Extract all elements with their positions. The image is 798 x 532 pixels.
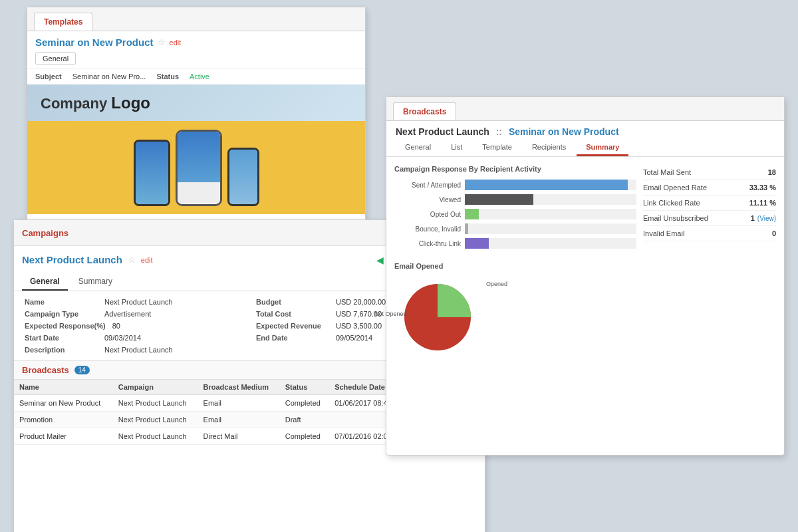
row-campaign[interactable]: Next Product Launch: [113, 395, 198, 412]
chart-section: Campaign Response By Recipient Activity …: [394, 165, 636, 249]
broadcast-title: Next Product Launch :: Seminar on New Pr…: [386, 121, 784, 140]
pie-chart: [394, 274, 481, 360]
name-value: Next Product Launch: [104, 298, 173, 306]
row-status: Completed: [280, 395, 329, 412]
bar-label: Opted Out: [394, 211, 461, 218]
prev-button[interactable]: ◀: [374, 253, 386, 267]
bar-container: [465, 223, 636, 234]
status-label: Status: [156, 72, 179, 80]
pie-title: Email Opened: [394, 262, 481, 270]
bar-container: [465, 180, 636, 190]
bc-tab-list[interactable]: List: [442, 140, 471, 156]
subject-label: Subject: [35, 72, 62, 80]
bar-fill: [465, 180, 628, 190]
expected-response-label: Expected Response(%): [25, 322, 106, 330]
bar-label: Bounce, Invalid: [394, 225, 461, 233]
row-medium: Direct Mail: [198, 428, 280, 445]
edit-link[interactable]: edit: [170, 39, 182, 47]
bar-label: Click-thru Link: [394, 240, 461, 247]
not-opened-pie-label: Not Opened: [374, 311, 407, 317]
bar-row: Opted Out: [394, 209, 636, 219]
total-cost-label: Total Cost: [256, 310, 329, 318]
campaigns-tab-label[interactable]: Campaigns: [22, 228, 68, 238]
template-title: Seminar on New Product: [35, 37, 154, 48]
tab-broadcasts[interactable]: Broadcasts: [393, 102, 456, 120]
bar-container: [465, 238, 636, 249]
campaign-edit-link[interactable]: edit: [141, 256, 153, 264]
bar-container: [465, 209, 636, 219]
col-name: Name: [14, 380, 113, 395]
bar-container: [465, 194, 636, 205]
bar-label: Sent / Attempted: [394, 182, 461, 189]
broadcast-title-sep: ::: [492, 126, 506, 137]
pie-section: Email Opened Not Opened Opened: [386, 257, 784, 368]
row-status: Draft: [280, 412, 329, 428]
bar-fill: [465, 238, 489, 249]
unsubscribed-label: Email Unsubscribed: [643, 214, 708, 222]
campaign-title: Next Product Launch: [22, 254, 122, 265]
bar-row: Bounce, Invalid: [394, 223, 636, 234]
email-opened-label: Email Opened Rate: [643, 184, 707, 192]
preview-logo: Company Logo: [41, 94, 150, 112]
tab-templates[interactable]: Templates: [34, 13, 92, 31]
opened-pie-label: Opened: [486, 281, 507, 287]
tab-summary[interactable]: Summary: [70, 273, 120, 291]
start-date-value: 09/03/2014: [104, 334, 141, 342]
tab-general[interactable]: General: [22, 273, 68, 291]
budget-value: USD 20,000.00: [336, 298, 386, 306]
total-mail-label: Total Mail Sent: [643, 168, 691, 176]
phone-mockup-3: [227, 148, 259, 206]
invalid-value: 0: [772, 229, 776, 237]
broadcasts-summary-card: Broadcasts Next Product Launch :: Semina…: [386, 96, 785, 456]
row-name[interactable]: Seminar on New Product: [14, 395, 113, 412]
col-medium: Broadcast Medium: [198, 380, 280, 395]
unsubscribed-value: 1: [751, 214, 755, 222]
budget-label: Budget: [256, 298, 329, 306]
bar-row: Viewed: [394, 194, 636, 205]
description-value: Next Product Launch: [104, 346, 173, 354]
unsubscribed-view-link[interactable]: (View): [757, 215, 776, 222]
bar-chart: Sent / Attempted Viewed Opted Out Bounce…: [394, 180, 636, 249]
row-name[interactable]: Product Mailer: [14, 428, 113, 445]
row-name[interactable]: Promotion: [14, 412, 113, 428]
col-campaign: Campaign: [113, 380, 198, 395]
end-date-value: 09/05/2014: [336, 334, 372, 342]
chart-title: Campaign Response By Recipient Activity: [394, 165, 636, 173]
template-preview: Company Logo: [27, 84, 365, 214]
expected-revenue-value: USD 3,500.00: [336, 322, 382, 330]
start-date-label: Start Date: [25, 334, 98, 342]
bar-label: Viewed: [394, 196, 461, 203]
description-label: Description: [25, 346, 98, 354]
bc-tab-recipients[interactable]: Recipients: [523, 140, 575, 156]
broadcasts-tab-label[interactable]: Broadcasts: [22, 365, 69, 375]
bar-fill: [465, 223, 468, 234]
end-date-label: End Date: [256, 334, 329, 342]
broadcast-title-part1: Next Product Launch: [396, 126, 489, 137]
total-mail-value: 18: [768, 168, 776, 176]
campaign-favorite-icon[interactable]: ☆: [128, 255, 136, 265]
favorite-icon[interactable]: ☆: [158, 37, 166, 47]
phone-mockup-1: [134, 140, 170, 206]
general-tab-button[interactable]: General: [35, 52, 76, 65]
email-opened-value: 33.33 %: [749, 184, 776, 192]
bc-tab-summary[interactable]: Summary: [577, 140, 628, 156]
phone-mockup-2: [176, 130, 222, 206]
bc-tab-general[interactable]: General: [396, 140, 440, 156]
row-campaign[interactable]: Next Product Launch: [113, 412, 198, 428]
col-status: Status: [280, 380, 329, 395]
row-campaign[interactable]: Next Product Launch: [113, 428, 198, 445]
templates-card: Templates Seminar on New Product ☆ edit …: [27, 7, 366, 226]
row-medium: Email: [198, 395, 280, 412]
bar-row: Sent / Attempted: [394, 180, 636, 190]
expected-revenue-label: Expected Revenue: [256, 322, 329, 330]
bar-fill: [465, 194, 533, 205]
stats-section: Total Mail Sent 18 Email Opened Rate 33.…: [643, 165, 776, 249]
name-label: Name: [25, 298, 98, 306]
row-medium: Email: [198, 412, 280, 428]
bc-tab-template[interactable]: Template: [473, 140, 521, 156]
broadcasts-badge: 14: [74, 366, 90, 374]
row-status: Completed: [280, 428, 329, 445]
link-clicked-label: Link Clicked Rate: [643, 199, 700, 207]
broadcast-title-part2: Seminar on New Product: [509, 126, 619, 137]
expected-response-value: 80: [112, 322, 120, 330]
